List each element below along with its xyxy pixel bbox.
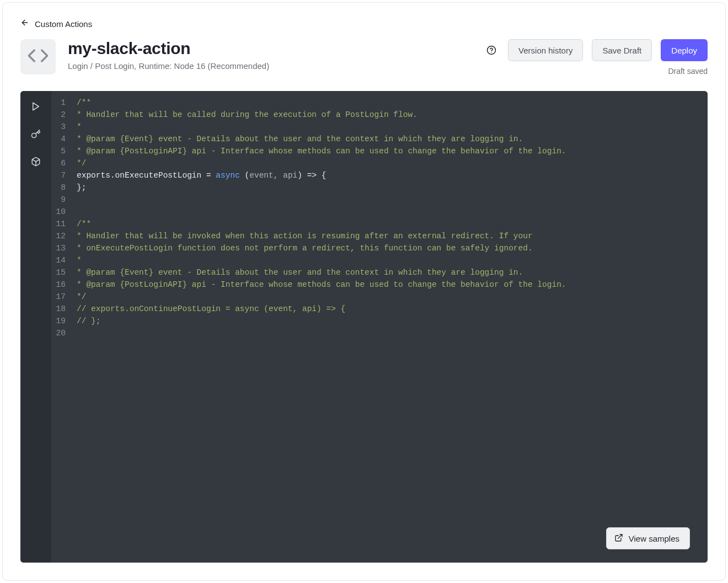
code-line[interactable]: * @param {Event} event - Details about t… [77,266,701,279]
code-line[interactable] [77,194,701,206]
page-container: Custom Actions my-slack-action Login / P… [2,2,726,581]
package-icon[interactable] [29,155,42,168]
code-line[interactable]: * [77,121,701,133]
line-number: 11 [51,218,66,230]
draft-saved-status: Draft saved [668,67,708,76]
button-row: Version history Save Draft Deploy [486,39,708,61]
code-line[interactable]: * @param {PostLoginAPI} api - Interface … [77,145,701,157]
code-brackets-icon [27,45,49,69]
line-number: 20 [51,327,66,339]
line-number: 18 [51,303,66,315]
editor-sidebar [20,91,51,563]
line-number: 12 [51,230,66,242]
version-history-button[interactable]: Version history [508,39,583,61]
view-samples-button[interactable]: View samples [606,527,690,549]
line-number: 9 [51,194,66,206]
code-line[interactable]: /** [77,218,701,230]
title-block: my-slack-action Login / Post Login, Runt… [68,39,474,71]
page-title: my-slack-action [68,39,474,58]
code-line[interactable]: // exports.onContinuePostLogin = async (… [77,303,701,315]
line-number: 7 [51,169,66,181]
deploy-button[interactable]: Deploy [661,39,708,61]
code-line[interactable]: }; [77,181,701,194]
line-number: 3 [51,121,66,133]
external-link-icon [614,533,623,544]
header: my-slack-action Login / Post Login, Runt… [3,29,725,76]
svg-line-5 [618,534,622,538]
save-draft-button[interactable]: Save Draft [592,39,652,61]
code-line[interactable]: */ [77,157,701,169]
play-icon[interactable] [29,100,42,113]
code-line[interactable] [77,327,701,339]
line-number: 4 [51,133,66,145]
line-number: 1 [51,97,66,109]
code-line[interactable]: * [77,254,701,266]
line-number: 17 [51,291,66,303]
code-line[interactable]: // }; [77,315,701,327]
code-line[interactable]: * onExecutePostLogin function does not p… [77,242,701,254]
code-editor[interactable]: 1234567891011121314151617181920 /*** Han… [51,91,708,563]
header-actions: Version history Save Draft Deploy Draft … [486,39,708,76]
code-line[interactable]: * @param {Event} event - Details about t… [77,133,701,145]
line-number: 8 [51,181,66,194]
breadcrumb-label: Custom Actions [35,19,92,29]
key-icon[interactable] [29,127,42,141]
code-line[interactable]: exports.onExecutePostLogin = async (even… [77,169,701,181]
code-area[interactable]: /*** Handler that will be called during … [70,91,708,563]
code-line[interactable]: * @param {PostLoginAPI} api - Interface … [77,279,701,291]
help-circle-icon[interactable] [486,45,497,56]
line-number: 10 [51,206,66,218]
line-number: 5 [51,145,66,157]
arrow-left-icon [20,18,29,29]
breadcrumb[interactable]: Custom Actions [3,3,725,29]
code-line[interactable]: */ [77,291,701,303]
action-icon-box [20,39,56,74]
svg-marker-3 [33,103,39,110]
view-samples-label: View samples [629,534,679,543]
line-number: 15 [51,266,66,279]
line-number: 6 [51,157,66,169]
line-number: 19 [51,315,66,327]
code-line[interactable] [77,206,701,218]
editor-container: 1234567891011121314151617181920 /*** Han… [20,91,708,563]
page-subtitle: Login / Post Login, Runtime: Node 16 (Re… [68,61,474,71]
code-line[interactable]: /** [77,97,701,109]
code-line[interactable]: * Handler that will be invoked when this… [77,230,701,242]
line-number: 2 [51,109,66,121]
line-gutter: 1234567891011121314151617181920 [51,91,70,563]
line-number: 13 [51,242,66,254]
line-number: 16 [51,279,66,291]
code-line[interactable]: * Handler that will be called during the… [77,109,701,121]
line-number: 14 [51,254,66,266]
